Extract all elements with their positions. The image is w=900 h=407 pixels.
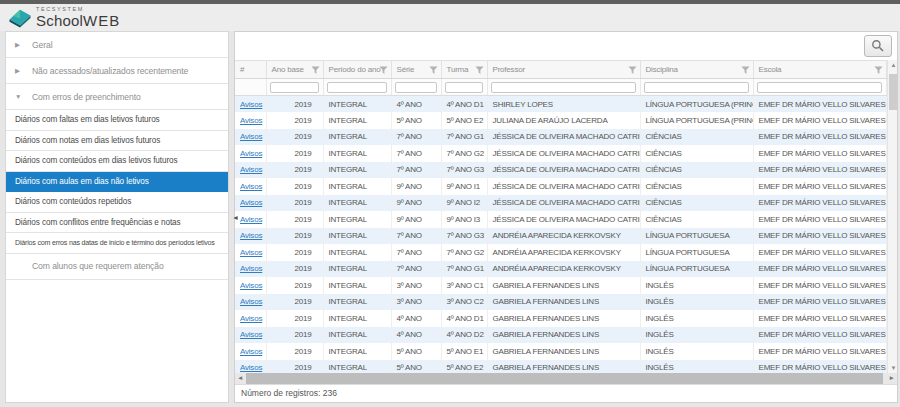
avisos-link[interactable]: Avisos bbox=[240, 116, 262, 125]
filter-funnel-icon[interactable] bbox=[874, 66, 883, 77]
vertical-scrollbar[interactable]: ▲ ▼ bbox=[887, 60, 898, 373]
avisos-link[interactable]: Avisos bbox=[240, 100, 262, 109]
horizontal-scrollbar[interactable]: ◄ ► bbox=[235, 373, 897, 384]
sidebar-item[interactable]: Diários com conteúdos repetidos bbox=[6, 192, 228, 213]
filter-funnel-icon[interactable] bbox=[429, 66, 438, 77]
avisos-link[interactable]: Avisos bbox=[240, 330, 262, 339]
cell-periodo: INTEGRAL bbox=[323, 277, 391, 294]
cell-serie: 9º ANO bbox=[391, 195, 441, 212]
filter-funnel-icon[interactable] bbox=[741, 66, 750, 77]
filter-funnel-icon[interactable] bbox=[379, 66, 388, 77]
cell-serie: 9º ANO bbox=[391, 211, 441, 228]
column-filter-input[interactable] bbox=[445, 82, 483, 93]
column-header[interactable]: Escola bbox=[753, 61, 886, 79]
avisos-link[interactable]: Avisos bbox=[240, 198, 262, 207]
sidebar-item-label: Diários com conteúdos repetidos bbox=[15, 197, 131, 206]
cell-escola: EMEF DR MÁRIO VELLO SILVARES bbox=[753, 294, 886, 311]
cell-escola: EMEF DR MÁRIO VELLO SILVARES bbox=[753, 178, 886, 195]
column-header[interactable]: Turma bbox=[441, 61, 487, 79]
avisos-link[interactable]: Avisos bbox=[240, 215, 262, 224]
avisos-link[interactable]: Avisos bbox=[240, 248, 262, 257]
table-row: Avisos 2019 INTEGRAL 7º ANO 7º ANO G1 AN… bbox=[235, 261, 886, 278]
app-logo: tecsystem SchoolWEB bbox=[8, 7, 120, 29]
avisos-link[interactable]: Avisos bbox=[240, 264, 262, 273]
cell-turma: 4º ANO D1 bbox=[441, 310, 487, 327]
sidebar-item[interactable]: Diários com conflitos entre frequências … bbox=[6, 213, 228, 234]
sidebar-item[interactable]: ▼ Com erros de preenchimento bbox=[6, 84, 228, 110]
cell-serie: 5º ANO bbox=[391, 343, 441, 360]
scroll-up-arrow-icon[interactable]: ▲ bbox=[888, 62, 898, 68]
horizontal-scrollbar-thumb[interactable] bbox=[246, 373, 883, 384]
sidebar-item-label: Diários com conteúdos em dias letivos fu… bbox=[15, 156, 178, 165]
column-filter-input[interactable] bbox=[270, 82, 319, 93]
avisos-link[interactable]: Avisos bbox=[240, 231, 262, 240]
cell-ano-base: 2019 bbox=[266, 261, 323, 278]
cell-ano-base: 2019 bbox=[266, 294, 323, 311]
cell-escola: EMEF DR MÁRIO VELLO SILVARES bbox=[753, 162, 886, 179]
column-filter-input[interactable] bbox=[327, 82, 387, 93]
table-row: Avisos 2019 INTEGRAL 7º ANO 7º ANO G3 JÉ… bbox=[235, 162, 886, 179]
grid-header-row: # Ano base bbox=[235, 61, 886, 79]
avisos-link[interactable]: Avisos bbox=[240, 297, 262, 306]
column-filter-input[interactable] bbox=[757, 82, 882, 93]
cell-serie: 9º ANO bbox=[391, 178, 441, 195]
cell-professor: JÉSSICA DE OLIVEIRA MACHADO CATRINCK bbox=[487, 178, 640, 195]
avisos-link[interactable]: Avisos bbox=[240, 347, 262, 356]
column-header-label: Escola bbox=[759, 65, 782, 74]
column-header[interactable]: Série bbox=[391, 61, 441, 79]
vertical-scrollbar-thumb[interactable] bbox=[889, 74, 898, 110]
cell-professor: JÉSSICA DE OLIVEIRA MACHADO CATRINCK bbox=[487, 145, 640, 162]
sidebar-item[interactable]: Diários com notas em dias letivos futuro… bbox=[6, 131, 228, 152]
cell-turma: 9º ANO I3 bbox=[441, 211, 487, 228]
avisos-link[interactable]: Avisos bbox=[240, 314, 262, 323]
sidebar-item[interactable]: Diários com erros nas datas de início e … bbox=[6, 233, 228, 254]
scroll-left-arrow-icon[interactable]: ◄ bbox=[237, 374, 243, 381]
filter-funnel-icon[interactable] bbox=[628, 66, 637, 77]
filter-funnel-icon[interactable] bbox=[475, 66, 484, 77]
table-row: Avisos 2019 INTEGRAL 5º ANO 5º ANO E1 GA… bbox=[235, 343, 886, 360]
sidebar-item[interactable]: Com alunos que requerem atenção bbox=[6, 254, 228, 280]
column-header[interactable]: Professor bbox=[487, 61, 640, 79]
column-filter-input[interactable] bbox=[395, 82, 437, 93]
column-filter-input[interactable] bbox=[491, 82, 636, 93]
cell-avisos: Avisos bbox=[235, 112, 266, 129]
sidebar-item[interactable]: Diários com conteúdos em dias letivos fu… bbox=[6, 151, 228, 172]
column-header[interactable]: Disciplina bbox=[640, 61, 753, 79]
sidebar-item[interactable]: Diários com aulas em dias não letivos bbox=[6, 172, 228, 193]
column-header[interactable]: # bbox=[235, 61, 266, 79]
avisos-link[interactable]: Avisos bbox=[240, 281, 262, 290]
sidebar-item[interactable]: ▶ Geral bbox=[6, 32, 228, 58]
filter-funnel-icon[interactable] bbox=[311, 66, 320, 77]
avisos-link[interactable]: Avisos bbox=[240, 132, 262, 141]
scroll-right-arrow-icon[interactable]: ► bbox=[889, 374, 895, 381]
avisos-link[interactable]: Avisos bbox=[240, 165, 262, 174]
cell-avisos: Avisos bbox=[235, 96, 266, 113]
sidebar-item[interactable]: ▶ Não acessados/atualizados recentemente bbox=[6, 58, 228, 84]
column-filter-input[interactable] bbox=[644, 82, 749, 93]
cell-disciplina: INGLÊS bbox=[640, 360, 753, 374]
panel-collapse-handle-icon[interactable]: ◄ bbox=[232, 214, 239, 221]
avisos-link[interactable]: Avisos bbox=[240, 149, 262, 158]
cell-avisos: Avisos bbox=[235, 277, 266, 294]
cell-turma: 7º ANO G2 bbox=[441, 244, 487, 261]
cell-ano-base: 2019 bbox=[266, 244, 323, 261]
cell-escola: EMEF DR MÁRIO VELLO SILVARES bbox=[753, 112, 886, 129]
cell-turma: 7º ANO G3 bbox=[441, 228, 487, 245]
cell-turma: 5º ANO E1 bbox=[441, 343, 487, 360]
cell-ano-base: 2019 bbox=[266, 129, 323, 146]
sidebar-item-label: Com alunos que requerem atenção bbox=[32, 261, 164, 271]
search-button[interactable] bbox=[864, 35, 892, 57]
cell-ano-base: 2019 bbox=[266, 162, 323, 179]
avisos-link[interactable]: Avisos bbox=[240, 363, 262, 372]
cell-periodo: INTEGRAL bbox=[323, 228, 391, 245]
column-header[interactable]: Período do ano bbox=[323, 61, 391, 79]
cell-disciplina: INGLÊS bbox=[640, 310, 753, 327]
cell-serie: 4º ANO bbox=[391, 327, 441, 344]
cell-turma: 9º ANO I2 bbox=[441, 195, 487, 212]
column-header[interactable]: Ano base bbox=[266, 61, 323, 79]
sidebar-item[interactable]: Diários com faltas em dias letivos futur… bbox=[6, 110, 228, 131]
avisos-link[interactable]: Avisos bbox=[240, 182, 262, 191]
cell-disciplina: CIÊNCIAS bbox=[640, 162, 753, 179]
scroll-down-arrow-icon[interactable]: ▼ bbox=[888, 365, 898, 371]
cell-serie: 7º ANO bbox=[391, 228, 441, 245]
